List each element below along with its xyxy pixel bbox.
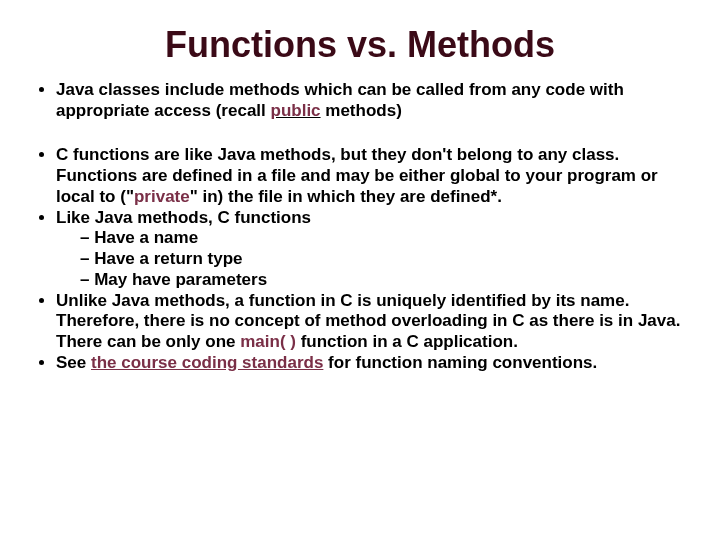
bullet-unique-name: Unlike Java methods, a function in C is … (56, 291, 692, 353)
sub-bullet-name: Have a name (80, 228, 692, 249)
sub-bullet-parameters: May have parameters (80, 270, 692, 291)
text: function in a C application. (296, 332, 518, 351)
sub-bullet-return-type: Have a return type (80, 249, 692, 270)
slide: Functions vs. Methods Java classes inclu… (0, 0, 720, 540)
bullet-c-functions: C functions are like Java methods, but t… (56, 145, 692, 207)
sub-list: Have a name Have a return type May have … (80, 228, 692, 290)
text: See (56, 353, 91, 372)
bullet-list: Java classes include methods which can b… (56, 80, 692, 121)
text: methods) (321, 101, 402, 120)
bullet-like-java: Like Java methods, C functions Have a na… (56, 208, 692, 291)
text: " in) the file in which they are defined… (190, 187, 502, 206)
keyword-private: private (134, 187, 190, 206)
keyword-public: public (271, 101, 321, 120)
keyword-main: main( ) (240, 332, 296, 351)
bullet-see-standards: See the course coding standards for func… (56, 353, 692, 374)
spacer (28, 135, 692, 145)
bullet-java-methods: Java classes include methods which can b… (56, 80, 692, 121)
slide-title: Functions vs. Methods (28, 24, 692, 66)
text: Like Java methods, C functions (56, 208, 311, 227)
bullet-list: C functions are like Java methods, but t… (56, 145, 692, 373)
text: for function naming conventions. (323, 353, 597, 372)
link-coding-standards[interactable]: the course coding standards (91, 353, 323, 372)
